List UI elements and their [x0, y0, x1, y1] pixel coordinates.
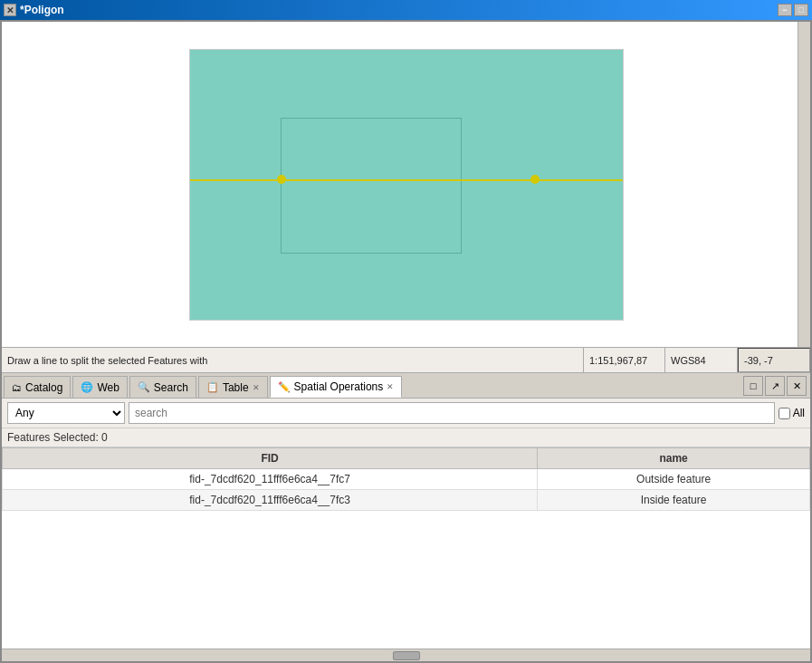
main-window: Draw a line to split the selected Featur… [0, 20, 812, 663]
cell-name: Outside feature [538, 469, 810, 490]
all-checkbox[interactable] [779, 408, 790, 419]
tab-spatial-label: Spatial Operations [294, 380, 384, 393]
web-icon: 🌐 [81, 381, 93, 393]
maximize-button[interactable]: □ [794, 4, 808, 16]
table-container[interactable]: FID name fid-_7dcdf620_11fff6e6ca4__7fc7… [2, 447, 810, 649]
cell-name: Inside feature [538, 490, 810, 511]
map-canvas[interactable] [189, 49, 624, 321]
table-row[interactable]: fid-_7dcdf620_11fff6e6ca4__7fc3Inside fe… [3, 490, 810, 511]
close-panel-button[interactable]: ✕ [787, 376, 807, 396]
split-line [190, 179, 623, 181]
line-endpoint-left [277, 175, 286, 184]
spatial-icon: ✏️ [278, 381, 291, 393]
tab-catalog-label: Catalog [25, 381, 62, 394]
scroll-thumb[interactable] [393, 651, 420, 660]
tab-table-label: Table [223, 381, 249, 394]
features-selected-bar: Features Selected: 0 [2, 428, 810, 447]
spatial-close-icon[interactable]: ✕ [387, 382, 394, 391]
status-crs: WGS84 [665, 348, 738, 372]
tab-bar-right-tools: □ ↗ ✕ [743, 376, 810, 398]
title-close-button[interactable]: ✕ [4, 4, 16, 16]
tab-bar: 🗂 Catalog 🌐 Web 🔍 Search 📋 Table ✕ ✏️ Sp… [2, 373, 810, 399]
maximize-panel-button[interactable]: ↗ [765, 376, 785, 396]
data-table: FID name fid-_7dcdf620_11fff6e6ca4__7fc7… [2, 447, 810, 511]
map-area[interactable] [2, 22, 810, 348]
tab-web[interactable]: 🌐 Web [72, 376, 127, 398]
close-icon: ✕ [6, 5, 14, 15]
status-coords: 1:151,967,87 [584, 348, 665, 372]
col-header-name[interactable]: name [538, 448, 810, 469]
tab-search[interactable]: 🔍 Search [129, 376, 196, 398]
window-title: *Poligon [20, 4, 64, 16]
map-scrollbar[interactable] [798, 22, 810, 348]
search-icon: 🔍 [138, 381, 150, 393]
tab-catalog[interactable]: 🗂 Catalog [4, 376, 71, 398]
cell-fid: fid-_7dcdf620_11fff6e6ca4__7fc3 [3, 490, 538, 511]
tab-web-label: Web [97, 381, 119, 394]
line-endpoint-right [530, 175, 540, 184]
catalog-icon: 🗂 [12, 382, 22, 393]
restore-down-button[interactable]: □ [743, 376, 763, 396]
table-row[interactable]: fid-_7dcdf620_11fff6e6ca4__7fc7Outside f… [3, 469, 810, 490]
table-close-icon[interactable]: ✕ [253, 383, 260, 392]
tab-table[interactable]: 📋 Table ✕ [198, 376, 268, 398]
tab-search-label: Search [154, 381, 188, 394]
status-message: Draw a line to split the selected Featur… [2, 348, 584, 372]
filter-select[interactable]: Any FID name [7, 402, 125, 424]
bottom-scrollbar[interactable] [2, 649, 810, 661]
all-label: All [793, 407, 805, 419]
cell-fid: fid-_7dcdf620_11fff6e6ca4__7fc7 [3, 469, 538, 490]
features-selected-text: Features Selected: 0 [7, 431, 108, 444]
status-xy: -39, -7 [738, 348, 810, 372]
filter-row: Any FID name All [2, 399, 810, 428]
title-bar: ✕ *Poligon − □ [0, 0, 812, 20]
minimize-button[interactable]: − [778, 4, 792, 16]
search-input[interactable] [129, 402, 775, 424]
tab-spatial[interactable]: ✏️ Spatial Operations ✕ [270, 376, 403, 398]
table-icon: 📋 [206, 381, 219, 393]
col-header-fid[interactable]: FID [3, 448, 538, 469]
all-checkbox-label[interactable]: All [779, 407, 805, 419]
inner-polygon [281, 118, 462, 254]
status-bar: Draw a line to split the selected Featur… [2, 348, 810, 373]
